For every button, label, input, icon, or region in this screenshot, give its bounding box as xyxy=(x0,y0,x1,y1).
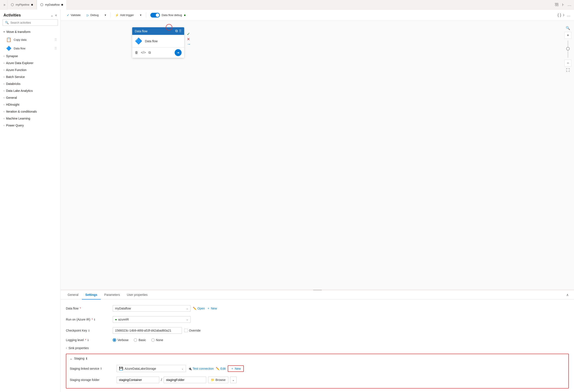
zoom-slider[interactable] xyxy=(568,40,568,58)
chevron-trigger-down[interactable]: ▾ xyxy=(137,12,144,18)
node-arrow-right-icon[interactable]: → xyxy=(187,42,191,47)
category-machine-learning[interactable]: › Machine Learning xyxy=(0,115,61,122)
category-machine-learning-label: Machine Learning xyxy=(6,117,30,120)
category-general[interactable]: › General xyxy=(0,94,61,101)
node-check-icon[interactable]: ✓ xyxy=(187,32,191,36)
run-on-info-icon[interactable]: ℹ xyxy=(94,318,95,321)
node-open-icon[interactable]: ⧉ xyxy=(175,29,178,33)
tab-general[interactable]: General xyxy=(64,291,82,299)
zoom-search-icon[interactable]: 🔍 xyxy=(565,25,571,31)
code-icon[interactable]: { } xyxy=(557,13,561,17)
more-icon[interactable]: … xyxy=(567,13,571,17)
node-copy-icon[interactable]: ⧉ xyxy=(148,51,151,55)
trigger-icon: ⚡ xyxy=(115,13,119,17)
logging-info-icon[interactable]: ℹ xyxy=(87,338,89,342)
validate-btn[interactable]: ✓ Validate xyxy=(64,12,83,18)
tab-parameters[interactable]: Parameters xyxy=(101,291,123,299)
canvas-inner: Data flow ⧉ ⠿ 🔷 Data flow xyxy=(61,21,574,290)
panel-collapse-btn[interactable]: ∧ xyxy=(564,291,571,299)
data-preview-icon[interactable]: ⊦ xyxy=(563,13,565,18)
run-on-dropdown-value: azureIR xyxy=(118,318,129,321)
logging-required: * xyxy=(85,338,86,342)
staging-info-icon[interactable]: ℹ xyxy=(86,357,87,360)
copy-data-drag[interactable]: ⠿ xyxy=(54,38,57,42)
search-input[interactable] xyxy=(10,21,56,24)
override-checkbox-wrapper[interactable]: Override xyxy=(184,329,201,332)
category-power-query[interactable]: › Power Query xyxy=(0,122,61,129)
validate-label: Validate xyxy=(71,13,81,17)
category-move-transform[interactable]: ▾ Move & transform xyxy=(0,28,61,35)
staging-new-btn[interactable]: ＋ New xyxy=(228,365,244,372)
checkpoint-input[interactable] xyxy=(113,327,182,334)
sink-properties-row[interactable]: › Sink properties xyxy=(66,344,569,352)
chevron-move-transform: ▾ xyxy=(3,30,5,33)
edit-btn[interactable]: ✏️ Edit xyxy=(216,367,226,370)
debug-toggle[interactable] xyxy=(150,13,160,18)
add-trigger-btn[interactable]: ⚡ Add trigger xyxy=(112,12,137,18)
tab-dataflow[interactable]: ⬡ myDataflow xyxy=(37,0,67,10)
category-iteration[interactable]: › Iteration & conditionals xyxy=(0,108,61,115)
code-view-btn[interactable]: ⽻ xyxy=(554,1,559,8)
tab-pipeline[interactable]: ⬡ myPipeline xyxy=(7,0,37,10)
split-view-btn[interactable]: ⊦ xyxy=(561,1,565,8)
test-connection-btn[interactable]: 🔌 Test connection xyxy=(188,367,214,370)
override-checkbox[interactable] xyxy=(184,329,188,332)
data-flow-drag[interactable]: ⠿ xyxy=(54,46,57,50)
tab-user-properties[interactable]: User properties xyxy=(123,291,151,299)
zoom-slider-thumb[interactable] xyxy=(566,47,570,50)
radio-verbose[interactable]: Verbose xyxy=(113,338,128,342)
node-drag-icon[interactable]: ⠿ xyxy=(179,29,182,33)
category-azure-data-explorer[interactable]: › Azure Data Explorer xyxy=(0,59,61,66)
browse-chevron[interactable]: ⌄ xyxy=(230,377,237,383)
canvas-area[interactable]: Data flow ⧉ ⠿ 🔷 Data flow xyxy=(61,21,574,290)
staging-linked-service-control: 💾 AzureDataLakeStorage ⌄ 🔌 Test connecti… xyxy=(117,365,565,372)
zoom-in-btn[interactable]: + xyxy=(564,32,571,39)
node-card[interactable]: Data flow ⧉ ⠿ 🔷 Data flow xyxy=(132,27,184,58)
category-databricks[interactable]: › Databricks xyxy=(0,80,61,87)
debug-btn[interactable]: ▷ Debug xyxy=(84,12,101,18)
tab-settings[interactable]: Settings xyxy=(82,291,101,299)
tab-dataflow-label: myDataflow xyxy=(45,3,60,6)
debug-label: Debug xyxy=(90,13,99,17)
node-close-icon[interactable]: ✕ xyxy=(187,37,191,41)
sidebar-collapse-icon[interactable]: ⌄ xyxy=(50,13,53,17)
radio-basic[interactable]: Basic xyxy=(134,338,146,342)
node-delete-icon[interactable]: 🗑 xyxy=(135,51,138,55)
activity-copy-data[interactable]: 📋 Copy data ⠿ xyxy=(0,35,61,44)
node-body-label: Data flow xyxy=(145,39,158,43)
zoom-out-btn[interactable]: − xyxy=(564,59,571,66)
node-arrow[interactable]: ➜ xyxy=(175,49,182,56)
staging-title-row[interactable]: ⌄ Staging ℹ xyxy=(70,357,565,363)
checkpoint-info-icon[interactable]: ℹ xyxy=(88,329,89,332)
category-batch-service[interactable]: › Batch Service xyxy=(0,73,61,80)
staging-folder-input[interactable] xyxy=(164,377,206,383)
activity-data-flow[interactable]: 🔷 Data flow ⠿ xyxy=(0,44,61,53)
chevron-hdinsight: › xyxy=(3,103,4,106)
staging-container-input[interactable] xyxy=(117,377,159,383)
node-code-icon[interactable]: </> xyxy=(141,51,146,55)
data-flow-new-btn[interactable]: ＋ New xyxy=(207,306,217,310)
tab-actions: ⽻ ⊦ … xyxy=(554,1,572,8)
category-hdinsight[interactable]: › HDInsight xyxy=(0,101,61,108)
sidebar-hide-icon[interactable]: « xyxy=(55,13,57,17)
category-data-lake-analytics[interactable]: › Data Lake Analytics xyxy=(0,87,61,94)
chevron-batch-service: › xyxy=(3,75,4,78)
more-options-btn[interactable]: … xyxy=(567,1,572,8)
run-on-dropdown[interactable]: ● azureIR ⌄ xyxy=(113,316,191,323)
browse-icon: 📁 xyxy=(211,378,215,382)
data-flow-required: * xyxy=(80,307,81,310)
validate-icon: ✓ xyxy=(67,13,69,17)
chevron-debug-down[interactable]: ▾ xyxy=(102,12,109,18)
data-flow-open-btn[interactable]: ✏️ Open xyxy=(193,307,205,310)
browse-btn[interactable]: 📁 Browse xyxy=(208,377,228,383)
category-azure-function[interactable]: › Azure Function xyxy=(0,66,61,73)
data-flow-dropdown[interactable]: myDataflow ⌄ xyxy=(113,305,191,312)
category-synapse[interactable]: › Synapse xyxy=(0,53,61,59)
radio-none[interactable]: None xyxy=(151,338,163,342)
staging-linked-service-info-icon[interactable]: ℹ xyxy=(101,367,102,370)
zoom-expand-icon[interactable]: ⛶ xyxy=(565,67,571,73)
staging-section: ⌄ Staging ℹ Staging linked service ℹ xyxy=(66,354,569,389)
staging-linked-service-dropdown[interactable]: 💾 AzureDataLakeStorage ⌄ xyxy=(117,365,186,372)
zoom-controls: 🔍 + − ⛶ xyxy=(564,25,571,73)
sidebar-collapse-btn[interactable]: » xyxy=(2,3,7,7)
